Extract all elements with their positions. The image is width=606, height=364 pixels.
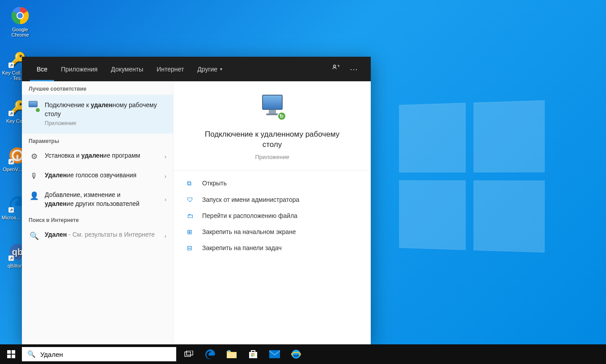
shortcut-overlay-icon: ↗ <box>8 255 14 261</box>
feedback-icon[interactable] <box>327 64 345 74</box>
action-pin-start[interactable]: ⊞ Закрепить на начальном экране <box>174 224 371 240</box>
action-pin-taskbar[interactable]: ⊟ Закрепить на панели задач <box>174 240 371 256</box>
pin-icon: ⊟ <box>187 244 195 251</box>
search-preview-pane: ↻ Подключение к удаленному рабочему стол… <box>174 81 371 345</box>
section-settings: Параметры <box>22 134 173 147</box>
tab-other[interactable]: Другие▾ <box>191 57 229 81</box>
result-text: Удаление голосов озвучивания <box>45 171 161 180</box>
svg-rect-14 <box>251 353 253 355</box>
result-uninstall-programs[interactable]: ⚙ Установка и удаление программ › <box>22 147 173 167</box>
svg-point-3 <box>17 13 23 18</box>
rdp-large-icon: ↻ <box>257 95 288 121</box>
shortcut-overlay-icon: ↗ <box>8 111 14 116</box>
taskbar: 🔍 <box>0 344 606 364</box>
chevron-right-icon: › <box>165 173 166 180</box>
folder-icon: 🗀 <box>187 212 195 219</box>
shortcut-overlay-icon: ↗ <box>8 207 14 213</box>
chevron-right-icon: › <box>165 233 166 239</box>
search-icon: 🔍 <box>27 350 36 358</box>
taskbar-edge-icon[interactable] <box>199 344 221 364</box>
preview-actions: ⧉ Открыть 🛡 Запуск от имени администрато… <box>174 170 371 260</box>
svg-rect-10 <box>185 352 191 356</box>
search-results-list: Лучшее соответствие Подключение к удален… <box>22 81 174 345</box>
section-best-match: Лучшее соответствие <box>22 81 173 95</box>
more-icon[interactable]: ⋯ <box>345 64 363 74</box>
rdp-icon <box>29 101 39 112</box>
result-best-rdp[interactable]: Подключение к удаленному рабочему столу … <box>22 95 173 134</box>
result-text: Добавление, изменение иудаление других п… <box>45 191 161 208</box>
action-label: Закрепить на начальном экране <box>202 228 296 235</box>
shortcut-overlay-icon: ↗ <box>8 63 14 68</box>
preview-title: Подключение к удаленному рабочему столу <box>201 130 344 150</box>
search-tabs: Все Приложения Документы Интернет Другие… <box>22 57 371 81</box>
result-text: Удален - См. результаты в Интернете <box>45 230 161 239</box>
tab-apps[interactable]: Приложения <box>54 57 104 81</box>
tab-internet[interactable]: Интернет <box>150 57 191 81</box>
start-button[interactable] <box>0 344 22 364</box>
taskbar-ie-icon[interactable] <box>285 344 307 364</box>
result-web-search[interactable]: 🔍 Удален - См. результаты в Интернете › <box>22 226 173 246</box>
result-subtitle: Приложение <box>45 120 166 127</box>
chevron-right-icon: › <box>165 196 166 203</box>
chevron-right-icon: › <box>165 153 166 160</box>
action-label: Открыть <box>202 180 227 187</box>
tab-label: Документы <box>111 66 143 73</box>
desktop-icon-label: Google Chrome <box>11 27 29 38</box>
shortcut-overlay-icon: ↗ <box>8 159 14 164</box>
search-panel: Все Приложения Документы Интернет Другие… <box>22 57 371 345</box>
wallpaper-windows-logo <box>399 100 545 253</box>
task-view-icon[interactable] <box>178 344 199 364</box>
windows-logo-icon <box>7 350 15 358</box>
search-input[interactable] <box>40 351 171 358</box>
svg-rect-13 <box>228 350 230 351</box>
chevron-down-icon: ▾ <box>220 67 222 71</box>
person-icon: 👤 <box>29 191 39 201</box>
taskbar-explorer-icon[interactable] <box>221 344 242 364</box>
microphone-icon: 🎙 <box>29 171 39 182</box>
result-text: Установка и удаление программ <box>45 151 161 160</box>
svg-rect-16 <box>251 355 253 356</box>
svg-rect-11 <box>186 351 193 355</box>
chrome-icon <box>10 6 30 25</box>
action-run-admin[interactable]: 🛡 Запуск от имени администратора <box>174 192 371 208</box>
svg-point-9 <box>334 65 336 67</box>
tab-label: Другие <box>197 66 217 73</box>
svg-rect-6 <box>17 155 18 160</box>
action-label: Запуск от имени администратора <box>202 196 299 203</box>
taskbar-mail-icon[interactable] <box>264 344 285 364</box>
action-label: Перейти к расположению файла <box>202 212 297 219</box>
tab-label: Приложения <box>61 66 97 73</box>
gear-icon: ⚙ <box>29 151 39 162</box>
tab-all[interactable]: Все <box>30 57 54 81</box>
result-text: Подключение к удаленному рабочему столу … <box>45 101 166 127</box>
search-icon: 🔍 <box>29 230 39 241</box>
open-icon: ⧉ <box>187 180 195 187</box>
preview-subtitle: Приложение <box>187 154 357 160</box>
svg-rect-17 <box>253 355 254 356</box>
taskbar-search[interactable]: 🔍 <box>22 347 176 361</box>
taskbar-store-icon[interactable] <box>242 344 264 364</box>
tab-label: Интернет <box>157 66 184 73</box>
result-remove-voices[interactable]: 🎙 Удаление голосов озвучивания › <box>22 167 173 186</box>
svg-rect-15 <box>253 353 254 355</box>
svg-rect-12 <box>227 352 237 358</box>
section-web: Поиск в Интернете <box>22 213 173 226</box>
result-manage-users[interactable]: 👤 Добавление, изменение иудаление других… <box>22 186 173 213</box>
action-file-location[interactable]: 🗀 Перейти к расположению файла <box>174 208 371 224</box>
shield-icon: 🛡 <box>187 196 195 203</box>
tab-docs[interactable]: Документы <box>104 57 150 81</box>
pin-icon: ⊞ <box>187 228 195 235</box>
desktop-icon-chrome[interactable]: Google Chrome <box>4 6 36 38</box>
action-open[interactable]: ⧉ Открыть <box>174 175 371 192</box>
action-label: Закрепить на панели задач <box>202 244 282 251</box>
tab-label: Все <box>37 66 47 73</box>
